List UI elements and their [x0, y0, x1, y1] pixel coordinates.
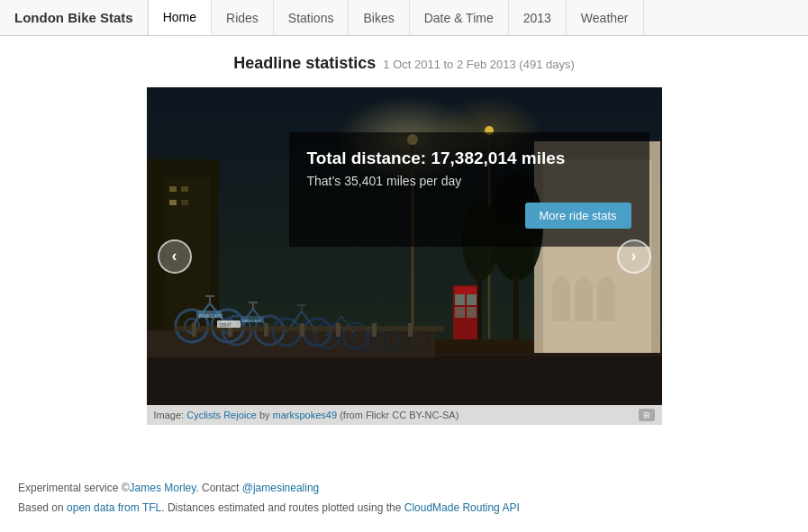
svg-rect-16	[147, 353, 662, 405]
chevron-right-icon: ›	[631, 247, 637, 266]
nav-item-stations[interactable]: Stations	[274, 0, 350, 35]
svg-text:BARCLAYS: BARCLAYS	[242, 319, 261, 323]
svg-rect-6	[169, 200, 177, 205]
nav-item-home[interactable]: Home	[149, 0, 212, 35]
credit-link-1[interactable]: Cyclists Rejoice	[186, 410, 257, 420]
image-credit-text: Image: Cyclists Rejoice by markspokes49 …	[154, 410, 459, 420]
footer-link-twitter[interactable]: @jamesinealing	[242, 482, 320, 494]
nav-link-home[interactable]: Home	[149, 0, 212, 35]
footer-link-cloudmade[interactable]: CloudMade Routing API	[404, 501, 520, 514]
chevron-left-icon: ‹	[172, 247, 177, 266]
svg-rect-72	[408, 323, 413, 337]
more-ride-stats-button[interactable]: More ride stats	[525, 203, 631, 229]
svg-rect-69	[300, 323, 304, 337]
svg-rect-65	[174, 326, 444, 331]
headline-subtitle: 1 Oct 2011 to 2 Feb 2013 (491 days)	[383, 58, 574, 71]
credit-link-2[interactable]: markspokes49	[273, 410, 338, 420]
nav-item-rides[interactable]: Rides	[212, 0, 274, 35]
brand-title: London Bike Stats	[0, 0, 149, 35]
nav-link-rides[interactable]: Rides	[212, 0, 274, 35]
nav-item-weather[interactable]: Weather	[567, 0, 644, 35]
carousel-prev-button[interactable]: ‹	[158, 239, 192, 274]
svg-rect-71	[372, 323, 377, 337]
svg-rect-20	[455, 287, 477, 294]
footer-link-tfl[interactable]: open data from TFL	[67, 501, 161, 514]
footer-line-2: Based on open data from TFL. Distances e…	[18, 499, 790, 518]
main-content: Headline statistics 1 Oct 2011 to 2 Feb …	[0, 36, 808, 452]
svg-rect-22	[467, 294, 477, 305]
svg-rect-26	[513, 276, 519, 339]
svg-rect-23	[455, 307, 465, 318]
svg-rect-68	[264, 323, 268, 337]
svg-rect-70	[336, 323, 340, 337]
nav-link-weather[interactable]: Weather	[567, 0, 644, 35]
svg-rect-66	[192, 323, 196, 337]
svg-rect-5	[181, 186, 188, 192]
image-credit-bar: Image: Cyclists Rejoice by markspokes49 …	[147, 405, 662, 425]
nav-link-2013[interactable]: 2013	[509, 0, 567, 35]
nav-tabs: Home Rides Stations Bikes Date & Time 20…	[149, 0, 644, 35]
headline-section: Headline statistics 1 Oct 2011 to 2 Feb …	[233, 54, 575, 73]
stat-title: Total distance: 17,382,014 miles	[307, 149, 631, 168]
carousel: BARCLAYS BARCLAYS	[147, 87, 662, 425]
stat-sub: That’s 35,401 miles per day	[307, 174, 631, 188]
svg-text:BARCLAYS: BARCLAYS	[199, 313, 223, 319]
headline-title: Headline statistics	[233, 54, 376, 73]
svg-rect-21	[455, 294, 465, 305]
nav-item-bikes[interactable]: Bikes	[349, 0, 409, 35]
nav-link-stations[interactable]: Stations	[274, 0, 350, 35]
carousel-caption: Total distance: 17,382,014 miles That’s …	[289, 132, 649, 247]
svg-rect-4	[169, 186, 177, 192]
svg-text:15547: 15547	[219, 322, 232, 328]
nav-link-datetime[interactable]: Date & Time	[410, 0, 509, 35]
svg-rect-28	[477, 276, 482, 339]
flickr-icon: ⊞	[639, 409, 655, 421]
nav-link-bikes[interactable]: Bikes	[349, 0, 409, 35]
footer-link-author[interactable]: James Morley	[130, 482, 196, 494]
carousel-next-button[interactable]: ›	[617, 239, 651, 274]
nav-item-2013[interactable]: 2013	[509, 0, 567, 35]
footer: Experimental service ©James Morley. Cont…	[0, 479, 808, 518]
nav-item-datetime[interactable]: Date & Time	[410, 0, 509, 35]
footer-line-1: Experimental service ©James Morley. Cont…	[18, 479, 790, 499]
svg-rect-7	[181, 200, 188, 205]
svg-rect-24	[467, 307, 477, 318]
navbar: London Bike Stats Home Rides Stations Bi…	[0, 0, 808, 36]
